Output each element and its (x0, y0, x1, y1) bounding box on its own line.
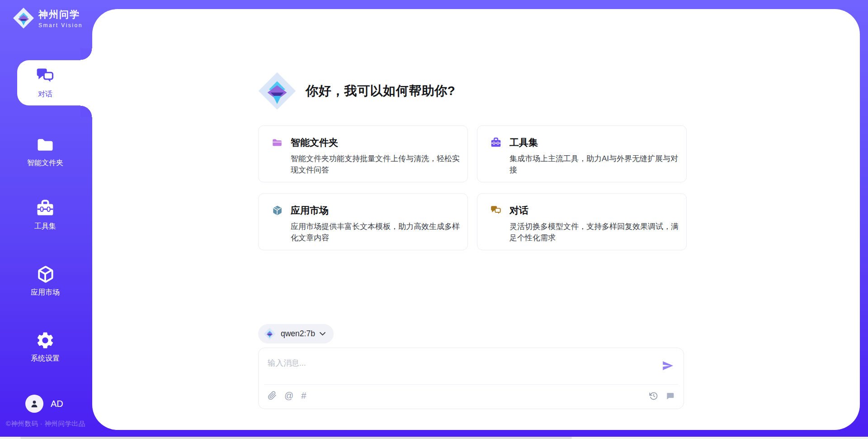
send-button[interactable] (662, 360, 674, 372)
brand-diamond-logo-icon (13, 7, 34, 29)
card-title: 对话 (509, 204, 528, 217)
brand-logo-row: 神州问学 Smart Vision (13, 7, 83, 29)
feature-cards: 智能文件夹 智能文件夹功能支持批量文件上传与清洗，轻松实现文件问答 工具集 集成… (258, 125, 687, 250)
feedback-button[interactable] (665, 391, 675, 401)
horizontal-scrollbar-thumb[interactable] (20, 437, 572, 439)
chat-icon (35, 66, 55, 86)
hash-icon[interactable]: # (301, 391, 306, 400)
card-description: 应用市场提供丰富长文本模板，助力高效生成多样化文章内容 (291, 221, 460, 243)
brand-name: 神州问学 (38, 8, 83, 21)
model-diamond-logo-icon (264, 328, 276, 340)
card-title: 智能文件夹 (291, 136, 338, 149)
sidebar-item-label: 工具集 (34, 222, 56, 231)
card-title: 应用市场 (291, 204, 329, 217)
cube-icon (35, 264, 55, 284)
history-icon (649, 391, 658, 401)
send-icon (662, 360, 674, 372)
sidebar-item-toolset[interactable]: 工具集 (0, 198, 90, 231)
composer-actions (649, 391, 675, 401)
active-nav-fillet-top (80, 48, 92, 60)
sidebar-item-label: 对话 (38, 90, 52, 99)
sidebar-item-settings[interactable]: 系统设置 (0, 330, 90, 363)
card-description: 集成市场上主流工具，助力AI与外界无缝扩展与对接 (509, 153, 679, 176)
toolbox-icon (35, 198, 55, 218)
chat-icon (490, 205, 502, 216)
model-selector[interactable]: qwen2:7b (258, 324, 334, 344)
user-menu[interactable]: AD (25, 395, 63, 413)
sidebar-item-chat[interactable]: 对话 (0, 66, 90, 99)
attach-button[interactable] (268, 391, 277, 400)
feature-card-toolset[interactable]: 工具集 集成市场上主流工具，助力AI与外界无缝扩展与对接 (477, 125, 687, 182)
greeting-text: 你好，我可以如何帮助你? (306, 82, 455, 100)
feature-card-app-market[interactable]: 应用市场 应用市场提供丰富长文本模板，助力高效生成多样化文章内容 (258, 193, 468, 250)
horizontal-scrollbar-track[interactable] (0, 437, 868, 439)
brand-tagline: Smart Vision (38, 22, 83, 29)
mention-icon[interactable]: @ (284, 391, 293, 400)
composer-divider (264, 384, 678, 385)
feature-card-smart-folder[interactable]: 智能文件夹 智能文件夹功能支持批量文件上传与清洗，轻松实现文件问答 (258, 125, 468, 182)
sidebar-item-label: 智能文件夹 (27, 158, 63, 168)
greeting-row: 你好，我可以如何帮助你? (258, 72, 455, 110)
sidebar-item-app-market[interactable]: 应用市场 (0, 264, 90, 297)
chevron-down-icon (320, 332, 326, 336)
gear-icon (35, 330, 55, 350)
composer-tools: @ # (268, 391, 306, 400)
card-description: 智能文件夹功能支持批量文件上传与清洗，轻松实现文件问答 (291, 153, 460, 176)
assistant-diamond-logo-icon (258, 72, 297, 110)
history-button[interactable] (649, 391, 658, 401)
person-icon (29, 398, 40, 409)
sidebar-item-smart-folder[interactable]: 智能文件夹 (0, 135, 90, 168)
sidebar-item-label: 系统设置 (31, 354, 60, 363)
paperclip-icon (268, 391, 277, 400)
user-name: AD (51, 399, 63, 409)
card-description: 灵活切换多模型文件，支持多样回复效果调试，满足个性化需求 (509, 221, 679, 243)
toolbox-icon (490, 137, 502, 148)
feature-card-chat[interactable]: 对话 灵活切换多模型文件，支持多样回复效果调试，满足个性化需求 (477, 193, 687, 250)
app-window: 神州问学 Smart Vision 对话 智能文件夹 工具集 (0, 0, 868, 439)
message-input[interactable] (268, 354, 647, 372)
sidebar-item-label: 应用市场 (31, 288, 60, 297)
copyright-footer: ©神州数码 · 神州问学出品 (6, 420, 85, 428)
model-name: qwen2:7b (281, 329, 315, 339)
message-bubble-icon (665, 391, 675, 401)
folder-icon (35, 135, 55, 155)
avatar (25, 395, 43, 413)
card-title: 工具集 (509, 136, 538, 149)
message-composer: @ # (258, 348, 684, 409)
active-nav-fillet-bottom (80, 105, 92, 117)
cube-icon (271, 205, 283, 216)
folder-icon (271, 137, 283, 148)
